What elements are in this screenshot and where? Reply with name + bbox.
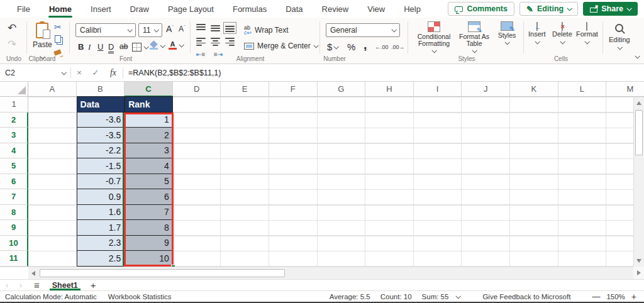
- decrease-indent-button[interactable]: ⇤≡: [196, 51, 205, 58]
- menu-tab-data[interactable]: Data: [276, 0, 312, 18]
- align-middle-button[interactable]: [211, 24, 220, 32]
- menu-tab-file[interactable]: File: [8, 0, 40, 18]
- row-header-7[interactable]: 7: [0, 189, 28, 205]
- column-header-e[interactable]: E: [221, 82, 269, 97]
- next-sheet-button[interactable]: ›: [14, 281, 28, 290]
- row-header-8[interactable]: 8: [0, 205, 28, 221]
- menu-tab-help[interactable]: Help: [394, 0, 430, 18]
- font-name-select[interactable]: Calibri: [75, 23, 136, 37]
- wrap-text-button[interactable]: abc↩ Wrap Text: [244, 25, 289, 35]
- menu-tab-review[interactable]: Review: [313, 0, 358, 18]
- share-button[interactable]: Share: [583, 2, 638, 16]
- row-header-11[interactable]: 11: [0, 251, 28, 267]
- column-header-l[interactable]: L: [558, 82, 607, 97]
- select-all-corner[interactable]: [0, 82, 28, 97]
- column-header-m[interactable]: M: [606, 82, 644, 97]
- vertical-scrollbar[interactable]: [633, 97, 644, 267]
- previous-sheet-button[interactable]: ‹: [0, 281, 14, 290]
- row-header-1[interactable]: 1: [0, 97, 28, 113]
- cell-c8[interactable]: 7: [125, 204, 173, 221]
- font-color-button[interactable]: A: [169, 41, 183, 50]
- increase-font-button[interactable]: Aˆ: [166, 24, 174, 34]
- menu-tab-draw[interactable]: Draw: [121, 0, 158, 18]
- scroll-right-arrow-icon[interactable]: [637, 270, 641, 275]
- redo-button[interactable]: ↷: [8, 39, 16, 50]
- horizontal-scrollbar-thumb[interactable]: [40, 269, 285, 277]
- feedback-link[interactable]: Give Feedback to Microsoft: [482, 293, 570, 300]
- borders-button[interactable]: [132, 43, 148, 52]
- cut-button[interactable]: ✂: [54, 22, 62, 32]
- sheet-list-menu-icon[interactable]: ≡: [28, 280, 46, 290]
- name-box[interactable]: C2: [0, 64, 70, 81]
- conditional-formatting-button[interactable]: Conditional Formatting: [414, 21, 454, 54]
- cell-b10[interactable]: 2.3: [77, 235, 125, 251]
- increase-decimal-button[interactable]: ←.00: [375, 44, 389, 50]
- format-painter-button[interactable]: [54, 50, 61, 55]
- scroll-right-corner[interactable]: [633, 267, 644, 279]
- insert-function-button[interactable]: fx: [104, 68, 123, 78]
- column-header-i[interactable]: I: [414, 82, 462, 97]
- column-header-b[interactable]: B: [77, 82, 125, 97]
- column-header-d[interactable]: D: [173, 82, 221, 97]
- chevron-down-icon[interactable]: [456, 294, 461, 299]
- undo-button[interactable]: ↶: [8, 23, 16, 34]
- row-header-5[interactable]: 5: [0, 158, 28, 174]
- cell-b6[interactable]: -0.7: [77, 174, 125, 190]
- column-header-j[interactable]: J: [462, 82, 510, 97]
- menu-tab-home[interactable]: Home: [40, 0, 81, 18]
- cancel-entry-button[interactable]: ×: [71, 68, 87, 77]
- zoom-in-button[interactable]: +: [631, 292, 636, 302]
- cell-c4[interactable]: 3: [125, 143, 173, 159]
- cell-c9[interactable]: 8: [125, 219, 173, 236]
- zoom-out-button[interactable]: —: [592, 292, 600, 301]
- align-right-button[interactable]: [225, 38, 235, 46]
- scroll-left-arrow-icon[interactable]: [31, 271, 35, 276]
- menu-tab-insert[interactable]: Insert: [81, 0, 121, 18]
- row-header-10[interactable]: 10: [0, 236, 28, 251]
- workbook-statistics-button[interactable]: Workbook Statistics: [108, 293, 172, 300]
- horizontal-scrollbar[interactable]: [28, 267, 633, 279]
- cell-b2[interactable]: -3.6: [77, 112, 125, 128]
- comma-format-button[interactable]: ,: [364, 38, 367, 52]
- calculation-mode-status[interactable]: Calculation Mode: Automatic: [5, 293, 97, 300]
- cell-styles-button[interactable]: ✎ Styles: [494, 21, 519, 46]
- scroll-up-arrow-icon[interactable]: [636, 101, 641, 105]
- delete-cells-button[interactable]: × Delete: [552, 23, 572, 45]
- decrease-decimal-button[interactable]: .00→: [391, 44, 405, 50]
- cell-c2-active[interactable]: 1: [125, 112, 173, 128]
- row-header-4[interactable]: 4: [0, 143, 28, 159]
- vertical-scrollbar-thumb[interactable]: [635, 110, 643, 155]
- zoom-level[interactable]: 150%: [606, 293, 625, 300]
- cell-c10[interactable]: 9: [125, 235, 173, 251]
- cell-c7[interactable]: 6: [125, 189, 173, 205]
- cell-c1[interactable]: Rank: [125, 96, 173, 113]
- cell-b5[interactable]: -1.5: [77, 158, 125, 174]
- cell-c5[interactable]: 4: [125, 158, 173, 174]
- number-format-select[interactable]: General: [326, 23, 400, 37]
- cell-b8[interactable]: 1.6: [77, 204, 125, 221]
- cell-b3[interactable]: -3.5: [77, 127, 125, 143]
- confirm-entry-button[interactable]: ✓: [87, 68, 104, 77]
- column-header-c[interactable]: C: [125, 82, 173, 97]
- column-header-h[interactable]: H: [365, 82, 414, 97]
- cell-c6[interactable]: 5: [125, 174, 173, 190]
- cell-c3[interactable]: 2: [125, 127, 173, 143]
- cell-c11[interactable]: 10: [125, 250, 173, 267]
- spreadsheet-grid[interactable]: A B C D E F G H I J K L M 1 2 3 4 5 6 7 …: [0, 82, 644, 267]
- comments-button[interactable]: Comments: [448, 2, 514, 16]
- sheet-tab-sheet1[interactable]: Sheet1: [46, 280, 84, 290]
- insert-cells-button[interactable]: ← Insert: [528, 23, 546, 45]
- add-sheet-button[interactable]: +: [84, 280, 103, 290]
- bold-button[interactable]: B: [78, 42, 84, 52]
- row-header-6[interactable]: 6: [0, 174, 28, 190]
- formula-input[interactable]: =RANK(B2,$B$2:$B$11,1): [123, 69, 221, 77]
- copy-button[interactable]: [55, 35, 61, 43]
- cell-b1[interactable]: Data: [77, 96, 125, 113]
- column-header-f[interactable]: F: [269, 82, 318, 97]
- editing-mode-button[interactable]: ✎ Editing: [519, 2, 578, 16]
- underline-button[interactable]: U: [97, 42, 103, 52]
- currency-format-button[interactable]: $: [327, 41, 338, 52]
- row-header-9[interactable]: 9: [0, 220, 28, 236]
- column-header-k[interactable]: K: [510, 82, 558, 97]
- column-header-a[interactable]: A: [28, 82, 77, 97]
